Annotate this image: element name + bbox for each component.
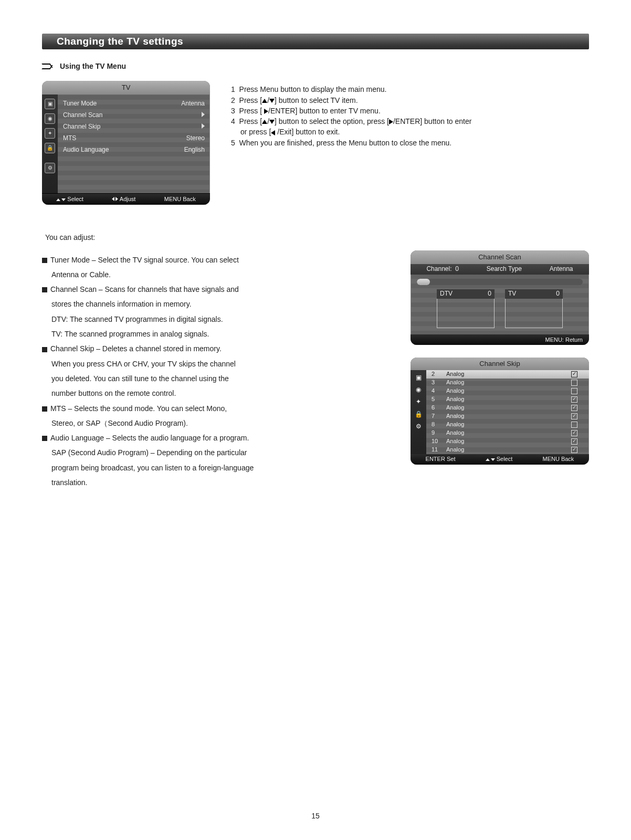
channel-number: 7 [432,412,446,421]
channel-number: 2 [432,370,446,379]
skip-checkbox[interactable]: ✓ [571,430,577,436]
channel-type: Analog [446,446,571,454]
bullet-icon [42,258,47,263]
channel-skip-row[interactable]: 3Analog [426,379,589,387]
channel-type: Analog [446,412,571,421]
footer-adjust: Adjust [120,196,136,202]
scan-footer: MENU: Return [411,334,589,345]
tv-menu-panel: TV ▣ ◉ ✦ 🔒 ⚙ Tuner ModeAntennaChannel Sc… [42,81,210,205]
channel-skip-row[interactable]: 9Analog✓ [426,429,589,437]
channel-skip-panel: Channel Skip ▣ ◉ ✦ 🔒 ⚙ 2Analog✓3Analog4A… [411,358,589,465]
channel-number: 4 [432,387,446,395]
bullet-icon [42,436,47,441]
skip-checkbox[interactable]: ✓ [571,405,577,411]
skip-footer: ENTER Set Select MENU Back [411,454,589,465]
tv-menu-item[interactable]: Audio LanguageEnglish [63,144,205,155]
instructions: 1 Press Menu button to display the main … [231,81,589,148]
channel-type: Analog [446,370,571,379]
tv-menu-item[interactable]: Tuner ModeAntenna [63,98,205,109]
step-5: When you are finished, press the Menu bu… [239,139,452,147]
tv-menu-item-value: Antenna [181,99,205,108]
channel-number: 8 [432,421,446,429]
channel-number: 5 [432,395,446,404]
you-can-adjust: You can adjust: [45,232,589,243]
channel-type: Analog [446,379,571,387]
section-title-bar: Changing the TV settings [42,34,589,49]
scan-progress-bar [417,279,583,285]
channel-type: Analog [446,421,571,429]
right-triangle-icon [389,119,393,124]
channel-scan-panel: Channel Scan Channel: 0 Search Type Ante… [411,250,589,345]
skip-checkbox[interactable]: ✓ [571,438,577,445]
channel-number: 6 [432,404,446,412]
channel-skip-title: Channel Skip [411,358,589,370]
tv-menu-side-tabs: ▣ ◉ ✦ 🔒 ⚙ [42,94,58,193]
skip-checkbox[interactable]: ✓ [571,396,577,403]
subsection-title: Using the TV Menu [60,61,126,71]
footer-menu: MENU Back [164,195,196,204]
lock-tab-icon[interactable]: 🔒 [45,143,55,153]
skip-checkbox[interactable] [571,380,577,386]
feature-descriptions: Tuner Mode – Select the TV signal source… [42,250,390,492]
setup-tab-icon[interactable]: ⚙ [45,163,55,173]
tv-menu-title: TV [42,81,210,94]
channel-type: Analog [446,387,571,395]
tv-menu-item[interactable]: MTSStereo [63,132,205,144]
channel-skip-row[interactable]: 5Analog✓ [426,395,589,404]
tv-tab-icon[interactable]: ✦ [416,397,421,406]
tv-menu-item-label: Channel Skip [63,122,100,131]
channel-skip-row[interactable]: 4Analog [426,387,589,395]
tv-menu-item-label: Audio Language [63,145,109,154]
tv-menu-item-value [202,122,205,131]
step-1: Press Menu button to display the main me… [239,85,387,93]
skip-side-tabs: ▣ ◉ ✦ 🔒 ⚙ [411,370,426,454]
skip-checkbox[interactable] [571,388,577,394]
picture-tab-icon[interactable]: ▣ [45,99,55,109]
tv-menu-item[interactable]: Channel Skip [63,121,205,132]
tv-menu-item-label: MTS [63,134,76,143]
down-triangle-icon [269,99,275,103]
skip-checkbox[interactable]: ✓ [571,447,577,453]
channel-skip-row[interactable]: 11Analog✓ [426,446,589,454]
tv-menu-footer: Select Adjust MENU Back [42,193,210,205]
skip-checkbox[interactable]: ✓ [571,413,577,419]
channel-skip-row[interactable]: 10Analog✓ [426,437,589,446]
lock-tab-icon[interactable]: 🔒 [415,410,423,419]
setup-tab-icon[interactable]: ⚙ [416,422,422,431]
channel-number: 11 [432,446,446,454]
heading-arrow-icon [43,64,55,69]
audio-tab-icon[interactable]: ◉ [45,113,55,124]
channel-number: 3 [432,379,446,387]
right-triangle-icon [264,109,268,114]
submenu-arrow-icon [202,123,205,129]
bullet-icon [42,406,47,412]
skip-checkbox[interactable]: ✓ [571,371,577,377]
section-title: Changing the TV settings [57,34,183,49]
channel-type: Analog [446,437,571,446]
channel-skip-row[interactable]: 6Analog✓ [426,404,589,412]
page-number: 15 [0,811,631,821]
channel-type: Analog [446,395,571,404]
channel-skip-row[interactable]: 2Analog✓ [426,370,589,379]
tv-menu-item[interactable]: Channel Scan [63,109,205,121]
up-triangle-icon [262,120,267,124]
subsection-heading: Using the TV Menu [43,61,589,71]
tv-tile: TV0 [505,289,563,328]
channel-skip-row[interactable]: 8Analog [426,421,589,429]
channel-skip-row[interactable]: 7Analog✓ [426,412,589,421]
tv-tab-icon[interactable]: ✦ [45,128,55,139]
tv-menu-item-label: Channel Scan [63,111,102,120]
tv-menu-item-value: Stereo [186,134,205,143]
submenu-arrow-icon [202,112,205,117]
dtv-tile: DTV0 [437,289,495,328]
audio-tab-icon[interactable]: ◉ [416,385,421,394]
tv-menu-item-value [202,111,205,120]
down-triangle-icon [269,120,275,124]
channel-number: 10 [432,437,446,446]
channel-type: Analog [446,429,571,437]
skip-checkbox[interactable] [571,422,577,428]
channel-number: 9 [432,429,446,437]
picture-tab-icon[interactable]: ▣ [416,373,422,382]
channel-scan-title: Channel Scan [411,250,589,264]
tv-menu-item-label: Tuner Mode [63,99,97,108]
